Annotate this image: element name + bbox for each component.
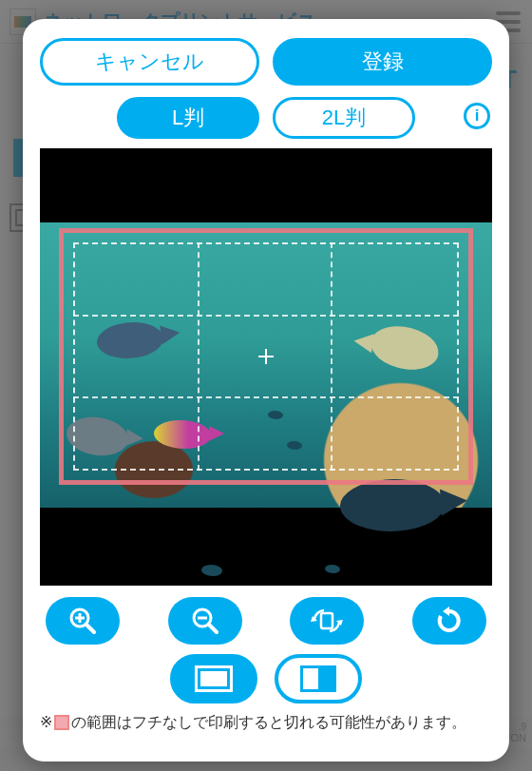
size-2l-button[interactable]: 2L判 xyxy=(273,97,415,139)
action-row: キャンセル 登録 xyxy=(40,38,492,86)
landscape-icon xyxy=(195,665,233,692)
crop-preview[interactable] xyxy=(40,148,492,586)
zoom-out-icon xyxy=(191,607,219,635)
footnote-text: の範囲はフチなしで印刷すると切れる可能性があります。 xyxy=(71,711,466,734)
warning-footnote: ※ の範囲はフチなしで印刷すると切れる可能性があります。 xyxy=(40,711,492,734)
zoom-in-button[interactable] xyxy=(46,597,120,645)
footnote-prefix: ※ xyxy=(40,711,52,734)
grid-line xyxy=(73,396,459,398)
grid-line xyxy=(198,242,200,471)
fish-decoration xyxy=(325,565,340,573)
size-l-button[interactable]: L判 xyxy=(117,97,259,139)
crop-frame[interactable] xyxy=(59,228,473,485)
svg-line-5 xyxy=(209,625,217,632)
svg-rect-7 xyxy=(321,613,332,628)
rotate-button[interactable] xyxy=(290,597,364,645)
photo-crop-modal: キャンセル 登録 L判 2L判 i xyxy=(23,19,509,761)
portrait-icon xyxy=(300,665,336,692)
pink-square-icon xyxy=(54,715,69,730)
center-cross-icon xyxy=(258,349,274,364)
reset-icon xyxy=(435,607,464,635)
zoom-in-icon xyxy=(68,607,97,635)
size-selector-row: L判 2L判 i xyxy=(40,97,492,139)
register-button[interactable]: 登録 xyxy=(273,38,492,86)
tool-row xyxy=(40,597,492,645)
cancel-button[interactable]: キャンセル xyxy=(40,38,259,86)
svg-marker-10 xyxy=(443,607,449,616)
fish-decoration xyxy=(201,565,222,576)
orientation-row xyxy=(40,654,492,704)
reset-button[interactable] xyxy=(412,597,486,645)
grid-line xyxy=(73,315,459,317)
grid-line xyxy=(331,242,332,471)
info-icon[interactable]: i xyxy=(464,103,490,129)
rotate-icon xyxy=(311,607,343,634)
orientation-landscape-button[interactable] xyxy=(170,654,257,704)
zoom-out-button[interactable] xyxy=(168,597,242,645)
svg-line-1 xyxy=(86,625,94,632)
orientation-portrait-button[interactable] xyxy=(275,654,362,704)
